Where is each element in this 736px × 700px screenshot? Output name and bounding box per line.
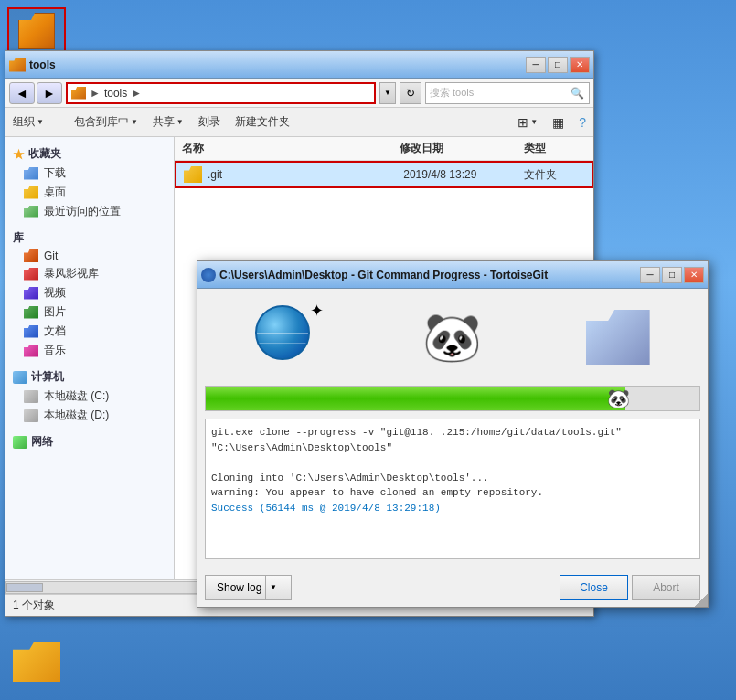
col-name-header[interactable]: 名称	[182, 141, 400, 156]
dialog-folder-icon	[586, 310, 650, 365]
show-log-label: Show log	[217, 581, 261, 594]
show-log-button[interactable]: Show log ▼	[205, 575, 292, 600]
dialog-maximize-button[interactable]: □	[662, 267, 682, 283]
sidebar-favorites-header[interactable]: ★ 收藏夹	[9, 144, 170, 164]
documents-lib-icon	[24, 325, 38, 338]
forward-button[interactable]: ►	[37, 82, 62, 104]
dialog-close-x-button[interactable]: ✕	[684, 267, 704, 283]
file-list-header: 名称 修改日期 类型	[175, 137, 593, 161]
tortoise-dialog: C:\Users\Admin\Desktop - Git Command Pro…	[197, 260, 709, 608]
search-button[interactable]: 🔍	[569, 85, 585, 101]
close-button[interactable]: ✕	[570, 57, 590, 73]
toolbar-help[interactable]: ?	[579, 115, 586, 130]
sidebar-computer-header[interactable]: 计算机	[9, 367, 170, 387]
globe-line2	[257, 323, 308, 323]
progress-panda-indicator: 🐼	[607, 389, 630, 408]
drive-c-icon	[24, 390, 38, 403]
dialog-close-button[interactable]: Close	[560, 575, 628, 600]
sidebar-libraries-section: 库 Git 暴风影视库 视频	[9, 228, 170, 360]
col-date-header[interactable]: 修改日期	[400, 141, 524, 156]
file-type-git: 文件夹	[524, 167, 584, 183]
file-modified-git: 2019/4/8 13:29	[403, 168, 524, 181]
log-success-line: Success (56144 ms @ 2019/4/8 13:29:18)	[211, 501, 694, 516]
desktop-folder-icon	[24, 186, 38, 199]
minimize-button[interactable]: ─	[526, 57, 546, 73]
progress-bar-container: 🐼	[205, 386, 700, 411]
file-name-git: .git	[208, 168, 403, 181]
dialog-titlebar: C:\Users\Admin\Desktop - Git Command Pro…	[197, 261, 708, 289]
file-row-git[interactable]: .git 2019/4/8 13:29 文件夹	[175, 161, 593, 188]
search-box: 搜索 tools 🔍	[425, 82, 590, 104]
dialog-bottom-bar: Show log ▼ Close Abort	[197, 567, 708, 607]
dialog-titlebar-buttons: ─ □ ✕	[640, 267, 704, 283]
tortoise-icon	[201, 268, 216, 282]
drive-d-icon	[24, 409, 38, 422]
network-label: 网络	[31, 434, 53, 450]
dialog-body: ✦ 🐼 🐼 git.exe clone --progress -v "git@1…	[197, 289, 708, 567]
refresh-button[interactable]: ↻	[400, 82, 421, 104]
log-line-1: git.exe clone --progress -v "git@118. .2…	[211, 425, 694, 455]
sidebar-item-documents[interactable]: 文档	[9, 322, 170, 341]
resize-grip[interactable]	[695, 594, 708, 607]
globe-icon: ✦	[255, 305, 319, 369]
address-dropdown[interactable]: ▼	[379, 82, 396, 104]
address-bar: ◄ ► ► tools ► ▼ ↻ 搜索 tools 🔍	[5, 79, 593, 108]
pictures-label: 图片	[44, 304, 66, 320]
path-folder-icon	[71, 87, 86, 100]
back-button[interactable]: ◄	[9, 82, 35, 104]
sidebar-item-git[interactable]: Git	[9, 248, 170, 264]
dialog-abort-button[interactable]: Abort	[632, 575, 700, 600]
sidebar-item-downloads[interactable]: 下载	[9, 164, 170, 183]
dialog-title: C:\Users\Admin\Desktop - Git Command Pro…	[219, 269, 548, 281]
maximize-button[interactable]: □	[548, 57, 568, 73]
toolbar-sep-1	[59, 113, 59, 132]
toolbar-share[interactable]: 共享 ▼	[153, 114, 184, 130]
tools-folder-icon	[18, 13, 55, 49]
toolbar-new-folder[interactable]: 新建文件夹	[235, 114, 290, 130]
toolbar-include-library[interactable]: 包含到库中 ▼	[74, 114, 138, 130]
toolbar-view-toggle[interactable]: ⊞ ▼	[517, 115, 538, 130]
baofeng-lib-icon	[24, 268, 38, 281]
titlebar-folder-icon	[9, 58, 26, 72]
toolbar-details-pane[interactable]: ▦	[552, 115, 564, 130]
col-type-header[interactable]: 类型	[524, 141, 586, 156]
abort-label: Abort	[653, 581, 679, 594]
dialog-minimize-button[interactable]: ─	[640, 267, 660, 283]
sidebar-item-drive-c[interactable]: 本地磁盘 (C:)	[9, 387, 170, 406]
explorer-titlebar: tools ─ □ ✕	[5, 51, 593, 79]
bottom-folder-icon	[13, 642, 60, 682]
music-lib-icon	[24, 345, 38, 357]
desktop: tools tools ─ □ ✕ ◄ ► ► tools	[0, 0, 736, 700]
pictures-lib-icon	[24, 306, 38, 319]
sidebar: ★ 收藏夹 下载 桌面 最近访问的位置	[5, 137, 175, 579]
path-separator-1: ►	[90, 87, 101, 100]
git-folder-icon	[184, 166, 202, 183]
drive-c-label: 本地磁盘 (C:)	[44, 388, 109, 404]
address-path-box[interactable]: ► tools ►	[66, 82, 376, 104]
sidebar-favorites-section: ★ 收藏夹 下载 桌面 最近访问的位置	[9, 144, 170, 221]
sidebar-item-desktop[interactable]: 桌面	[9, 183, 170, 202]
toolbar-organize[interactable]: 组织 ▼	[13, 114, 44, 130]
scroll-thumb[interactable]	[6, 583, 43, 592]
sidebar-item-baofeng[interactable]: 暴风影视库	[9, 264, 170, 283]
music-label: 音乐	[44, 343, 66, 358]
sidebar-network-section: 网络	[9, 432, 170, 451]
sidebar-item-recent[interactable]: 最近访问的位置	[9, 202, 170, 221]
progress-fill	[206, 387, 625, 410]
sidebar-computer-section: 计算机 本地磁盘 (C:) 本地磁盘 (D:)	[9, 367, 170, 425]
titlebar-title: tools	[29, 58, 56, 71]
show-log-dropdown-arrow[interactable]: ▼	[265, 575, 280, 600]
search-placeholder: 搜索 tools	[430, 86, 569, 100]
globe-line3	[257, 343, 308, 344]
status-text: 1 个对象	[13, 598, 55, 613]
desktop-bottom-folder[interactable]	[9, 642, 64, 682]
sidebar-network-header[interactable]: 网络	[9, 432, 170, 451]
sidebar-item-pictures[interactable]: 图片	[9, 302, 170, 322]
downloads-label: 下载	[44, 165, 66, 181]
sidebar-item-video[interactable]: 视频	[9, 283, 170, 302]
sidebar-item-music[interactable]: 音乐	[9, 341, 170, 360]
sidebar-libraries-header[interactable]: 库	[9, 228, 170, 248]
toolbar-burn[interactable]: 刻录	[198, 114, 220, 130]
sidebar-item-drive-d[interactable]: 本地磁盘 (D:)	[9, 406, 170, 425]
dialog-icons-row: ✦ 🐼	[205, 296, 700, 378]
